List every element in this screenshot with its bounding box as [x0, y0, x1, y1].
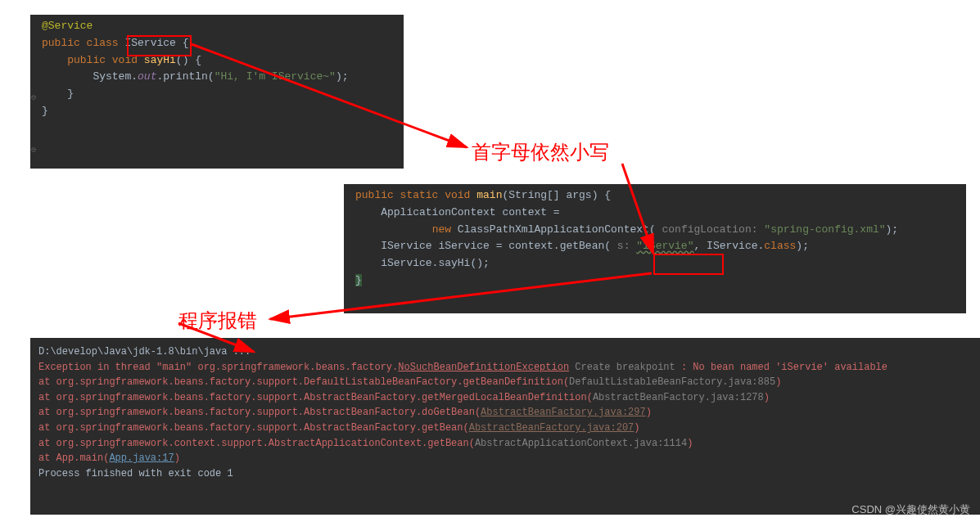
exception-link[interactable]: NoSuchBeanDefinitionException [398, 362, 569, 373]
console-line: at org.springframework.beans.factory.sup… [38, 421, 980, 436]
bean-name-string: "iServie" [636, 240, 693, 252]
console-line: D:\develop\Java\jdk-1.8\bin\java ... [38, 344, 980, 360]
stacktrace-link[interactable]: AbstractBeanFactory.java:297 [481, 407, 646, 418]
annotation-text-error: 程序报错 [178, 308, 257, 334]
console-line: at org.springframework.context.support.A… [38, 436, 980, 452]
console-line: at org.springframework.beans.factory.sup… [38, 390, 980, 406]
stacktrace-link[interactable]: App.java:17 [109, 452, 174, 464]
console-line: at org.springframework.beans.factory.sup… [38, 405, 980, 421]
code-panel-main-method: public static void main(String[] args) {… [344, 184, 966, 313]
code-line: new ClassPathXmlApplicationContext( conf… [344, 222, 966, 239]
gutter-collapse-icon[interactable]: ⊖ [31, 92, 36, 102]
console-line: at org.springframework.beans.factory.sup… [38, 375, 980, 390]
code-line: public class IService { [30, 35, 404, 52]
watermark: CSDN @兴趣使然黄小黄 [851, 502, 970, 517]
console-line: at App.main(App.java:17) [38, 451, 980, 466]
class-name-iservice: IService [124, 37, 175, 49]
param-hint: configLocation: [662, 223, 765, 236]
annotation-service: @Service [42, 20, 93, 32]
code-line: System.out.println("Hi, I'm IService~"); [30, 69, 404, 86]
code-line: IService iService = context.getBean( s: … [344, 238, 966, 255]
annotation-text-lowercase: 首字母依然小写 [472, 139, 609, 165]
gutter-collapse-icon[interactable]: ⊖ [31, 145, 36, 155]
code-line: @Service [30, 18, 404, 35]
code-line: iService.sayHi(); [344, 255, 966, 272]
console-line: Process finished with exit code 1 [38, 466, 980, 482]
code-line: } [30, 103, 404, 120]
code-line: } [30, 86, 404, 103]
console-output-panel: D:\develop\Java\jdk-1.8\bin\java ... Exc… [30, 338, 980, 515]
stacktrace-link[interactable]: AbstractBeanFactory.java:207 [469, 422, 635, 434]
code-panel-class-definition: @Service public class IService { public … [30, 15, 404, 169]
code-line: ApplicationContext context = [344, 205, 966, 222]
param-hint: s: [617, 240, 636, 252]
code-line: public static void main(String[] args) { [344, 187, 966, 205]
console-line: Exception in thread "main" org.springfra… [38, 360, 980, 376]
code-line: } [344, 272, 966, 290]
code-line: public void sayHi() { [30, 52, 404, 70]
